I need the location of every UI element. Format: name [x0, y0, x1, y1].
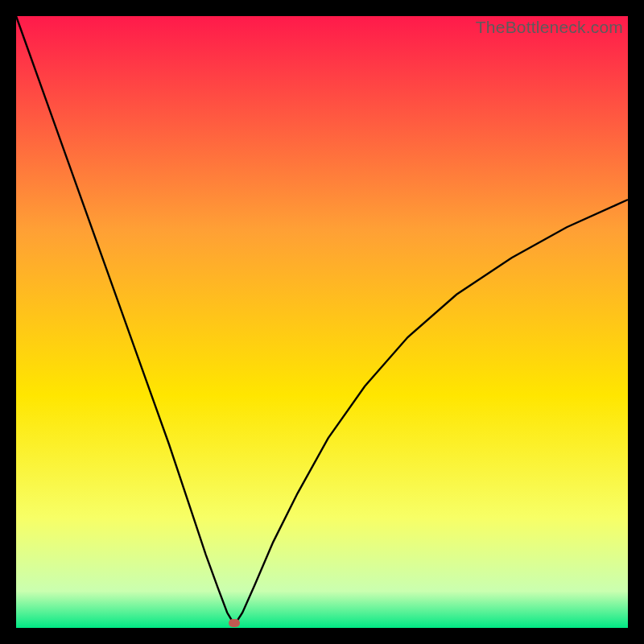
outer-frame: TheBottleneck.com [0, 0, 644, 644]
curve-path [16, 16, 628, 625]
optimal-marker [229, 619, 240, 627]
bottleneck-curve [16, 16, 628, 628]
plot-area: TheBottleneck.com [16, 16, 628, 628]
